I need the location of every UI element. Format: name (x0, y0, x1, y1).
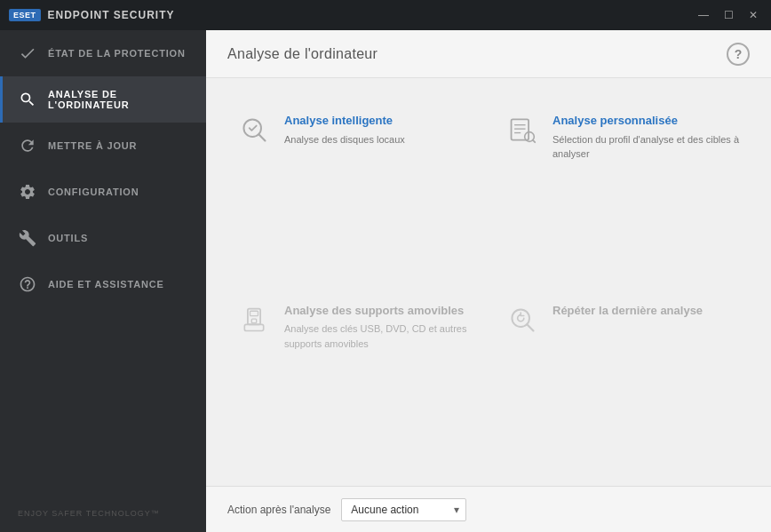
help-button[interactable]: ? (727, 43, 750, 66)
sidebar-item-computer-scan[interactable]: ANALYSE DE L'ORDINATEUR (0, 76, 206, 123)
sidebar-label-config: CONFIGURATION (48, 187, 139, 197)
search-icon (18, 90, 37, 109)
action-select-wrapper[interactable]: Aucune action Arrêter l'ordinateur Redém… (341, 498, 466, 521)
sidebar-item-protection-status[interactable]: ÉTAT DE LA PROTECTION (0, 30, 206, 76)
action-label: Action après l'analyse (227, 504, 330, 516)
eset-badge: ESET (9, 9, 41, 21)
removable-scan-text: Analyse des supports amovibles Analyse d… (284, 304, 471, 352)
main-layout: ÉTAT DE LA PROTECTION ANALYSE DE L'ORDIN… (0, 30, 771, 532)
sidebar: ÉTAT DE LA PROTECTION ANALYSE DE L'ORDIN… (0, 30, 206, 532)
check-icon (18, 44, 37, 63)
sidebar-label-protection: ÉTAT DE LA PROTECTION (48, 48, 186, 59)
sidebar-label-tools: OUTILS (48, 233, 88, 243)
wrench-icon (18, 228, 37, 248)
content-header: Analyse de l'ordinateur ? (206, 30, 771, 78)
svg-line-13 (527, 324, 533, 330)
bottom-bar: Action après l'analyse Aucune action Arr… (206, 486, 771, 532)
scan-options-grid: Analyse intelligente Analyse des disques… (206, 78, 771, 486)
removable-scan-desc: Analyse des clés USB, DVD, CD et autres … (284, 322, 471, 351)
sidebar-footer: ENJOY SAFER TECHNOLOGY™ (0, 495, 206, 532)
sidebar-label-scan: ANALYSE DE L'ORDINATEUR (48, 89, 188, 110)
sidebar-label-help: AIDE ET ASSISTANCE (48, 279, 164, 290)
smart-scan-icon (238, 114, 270, 146)
custom-scan-title: Analyse personnalisée (552, 114, 739, 129)
svg-line-1 (258, 134, 265, 140)
action-select[interactable]: Aucune action Arrêter l'ordinateur Redém… (341, 498, 466, 521)
sidebar-item-help[interactable]: AIDE ET ASSISTANCE (0, 261, 206, 307)
repeat-scan-title: Répéter la dernière analyse (552, 304, 703, 319)
app-title: ENDPOINT SECURITY (48, 9, 175, 21)
svg-rect-10 (251, 319, 256, 322)
titlebar-left: ESET ENDPOINT SECURITY (9, 9, 175, 21)
repeat-scan-icon (506, 304, 538, 336)
svg-rect-11 (244, 324, 263, 330)
svg-rect-9 (250, 311, 258, 315)
svg-rect-2 (512, 119, 529, 139)
sidebar-item-tools[interactable]: OUTILS (0, 215, 206, 261)
custom-scan-desc: Sélection du profil d'analyse et des cib… (552, 132, 739, 162)
removable-scan-option: Analyse des supports amovibles Analyse d… (220, 282, 489, 472)
page-title: Analyse de l'ordinateur (227, 46, 378, 62)
close-button[interactable]: ✕ (744, 6, 762, 24)
maximize-button[interactable]: ☐ (719, 6, 737, 24)
smart-scan-text: Analyse intelligente Analyse des disques… (284, 114, 405, 147)
sidebar-item-update[interactable]: METTRE À JOUR (0, 123, 206, 169)
repeat-scan-option: Répéter la dernière analyse (489, 282, 757, 472)
repeat-scan-text: Répéter la dernière analyse (552, 304, 703, 322)
sidebar-label-update: METTRE À JOUR (48, 140, 137, 151)
gear-icon (18, 182, 37, 202)
custom-scan-option[interactable]: Analyse personnalisée Sélection du profi… (489, 92, 757, 282)
question-icon (18, 274, 37, 294)
titlebar-controls: — ☐ ✕ (695, 6, 762, 24)
minimize-button[interactable]: — (695, 6, 712, 24)
content-area: Analyse de l'ordinateur ? Analyse intell… (206, 30, 771, 532)
sidebar-item-configuration[interactable]: CONFIGURATION (0, 169, 206, 215)
svg-line-7 (533, 140, 535, 142)
custom-scan-text: Analyse personnalisée Sélection du profi… (552, 114, 739, 162)
smart-scan-desc: Analyse des disques locaux (284, 132, 405, 147)
smart-scan-title: Analyse intelligente (284, 114, 405, 129)
refresh-icon (18, 136, 37, 155)
smart-scan-option[interactable]: Analyse intelligente Analyse des disques… (220, 92, 489, 282)
custom-scan-icon (506, 114, 538, 146)
titlebar: ESET ENDPOINT SECURITY — ☐ ✕ (0, 0, 771, 30)
removable-scan-icon (238, 304, 270, 336)
removable-scan-title: Analyse des supports amovibles (284, 304, 471, 319)
